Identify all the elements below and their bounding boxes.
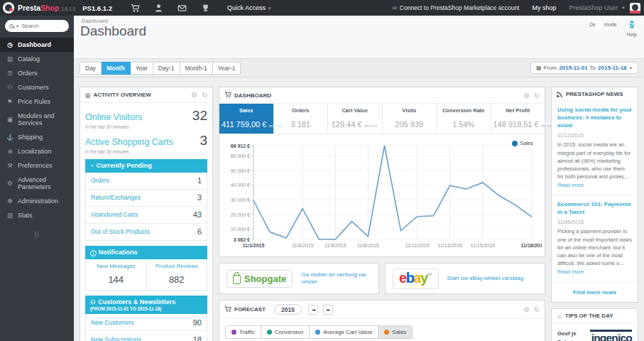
kpi-tab-cart-value[interactable]: Cart Value129,44 € tax excl.	[328, 104, 383, 134]
date-range-picker[interactable]: ▦ From2015-11-01 To2015-11-18 ▼	[530, 62, 638, 74]
help-icon[interactable]: ?	[630, 21, 634, 28]
refresh-icon[interactable]: ↻	[534, 305, 540, 313]
sidebar-search[interactable]: ▼	[5, 20, 69, 32]
employee-icon[interactable]	[154, 4, 163, 13]
new-customers-link[interactable]: New Customers	[91, 319, 133, 326]
badges-icon[interactable]	[201, 4, 210, 13]
read-more-link[interactable]: Read more	[557, 269, 584, 275]
messages-icon[interactable]	[178, 4, 187, 13]
pending-returns-link[interactable]: Return/Exchanges	[91, 194, 141, 201]
filter-year-1-button[interactable]: Year-1	[213, 62, 241, 75]
kpi-tab-sales[interactable]: Sales411 759,00 € tax excl.	[219, 104, 274, 134]
chart-legend[interactable]: Sales	[512, 140, 533, 146]
chevron-down-icon: ▼	[621, 6, 626, 10]
svg-text:11/13/2015: 11/13/2015	[437, 243, 462, 248]
sidebar-collapse-button[interactable]: ||	[0, 231, 74, 238]
sidebar: ▼ ◷Dashboard ▤Catalog ☰Orders ⚇Customers…	[0, 16, 74, 341]
news-item: Ecommerce 101: Payments in a Tweet 11/05…	[552, 196, 638, 282]
user-menu[interactable]: PrestaShop User	[569, 4, 618, 11]
refresh-icon[interactable]: ↻	[534, 92, 540, 99]
brand-version: 1.6.1.2	[61, 6, 75, 11]
chevron-down-icon: ▼	[268, 6, 272, 11]
new-messages-link[interactable]: New Messages	[88, 263, 144, 269]
new-messages-cell: New Messages144	[86, 259, 147, 290]
svg-text:3 082 €: 3 082 €	[234, 237, 250, 242]
new-subscriptions-link[interactable]: New Subscriptions	[91, 336, 141, 341]
activity-overview-panel: ◎ ACTIVITY OVERVIEW ⚙↻ Online Visitors32…	[80, 87, 213, 341]
marketplace-connect-link[interactable]: ∞Connect to PrestaShop Marketplace accou…	[392, 4, 519, 11]
out-of-stock-link[interactable]: Out of Stock Products	[91, 228, 150, 235]
sidebar-item-dashboard[interactable]: ◷Dashboard	[0, 38, 74, 52]
quick-access-menu[interactable]: Quick Access ▼	[227, 4, 276, 11]
list-item: Orders1	[86, 173, 207, 190]
sidebar-item-modules[interactable]: ▣Modules and Services	[0, 109, 74, 130]
online-visitors-link[interactable]: Online Visitors	[85, 112, 142, 122]
shopgate-logo[interactable]: Shopgate	[227, 270, 293, 288]
svg-text:10 000 €: 10 000 €	[231, 227, 250, 232]
shop-name: PS1.6.1.2	[82, 4, 112, 12]
sidebar-item-administration[interactable]: ☸Administration	[0, 194, 74, 208]
kpi-tab-net-profit[interactable]: Net Profit148 918,51 € tax excl.	[491, 104, 545, 134]
sidebar-item-preferences[interactable]: ⚒Preferences	[0, 158, 74, 173]
ebay-link[interactable]: Start uw eBay-winkel vandaag	[447, 275, 524, 282]
next-year-button[interactable]: ▸▸	[323, 305, 333, 315]
administration-icon: ☸	[6, 197, 13, 205]
filter-month-1-button[interactable]: Month-1	[180, 62, 213, 75]
calendar-icon: ▦	[536, 65, 542, 71]
sidebar-item-price-rules[interactable]: ⚑Price Rules	[0, 94, 74, 109]
ebay-logo[interactable]: ebay™	[393, 269, 439, 289]
gear-icon[interactable]: ⚙	[524, 92, 530, 99]
list-item: Return/Exchanges3	[86, 190, 207, 207]
news-item-title[interactable]: Using social media for your business: 4 …	[557, 107, 632, 129]
news-item-title[interactable]: Ecommerce 101: Payments in a Tweet	[557, 201, 632, 217]
previous-year-button[interactable]: ◂◂	[308, 305, 318, 315]
cart-icon[interactable]	[131, 4, 140, 13]
kpi-row: Sales411 759,00 € tax excl. Orders3 181 …	[219, 104, 545, 134]
gear-icon[interactable]: ⚙	[192, 91, 198, 99]
sidebar-item-orders[interactable]: ☰Orders	[0, 66, 74, 80]
legend-button-sales[interactable]: Sales	[378, 325, 413, 339]
sidebar-item-shipping[interactable]: ⚓Shipping	[0, 130, 74, 144]
sidebar-item-advanced-parameters[interactable]: ⚙Advanced Parameters	[0, 173, 74, 194]
tips-panel-title: TIPS OF THE DAY	[565, 313, 613, 319]
ingenico-logo[interactable]: ingenico Payment services	[579, 330, 632, 341]
svg-text:11/1/2015: 11/1/2015	[243, 243, 265, 248]
abandoned-carts-link[interactable]: Abandoned Carts	[91, 211, 138, 218]
kpi-tab-orders[interactable]: Orders3 181	[274, 104, 329, 134]
legend-button-traffic[interactable]: Traffic	[225, 325, 261, 339]
forecast-legend: Traffic Conversion Average Cart Value Sa…	[219, 319, 545, 341]
legend-button-average-cart-value[interactable]: Average Cart Value	[310, 325, 378, 339]
product-reviews-link[interactable]: Product Reviews	[149, 263, 205, 269]
active-carts-link[interactable]: Active Shopping Carts	[85, 137, 173, 147]
catalog-icon: ▤	[6, 55, 13, 63]
sidebar-item-customers[interactable]: ⚇Customers	[0, 80, 74, 94]
help-label: Help	[627, 32, 637, 37]
find-more-news-link[interactable]: Find more news	[552, 282, 638, 302]
kpi-tab-visits[interactable]: Visits205 939	[383, 104, 437, 134]
active-carts-value: 3	[200, 133, 207, 148]
sidebar-item-catalog[interactable]: ▤Catalog	[0, 52, 74, 66]
my-shop-link[interactable]: My shop	[532, 4, 556, 11]
gear-icon[interactable]: ⚙	[524, 305, 530, 313]
search-input[interactable]	[21, 23, 57, 29]
filter-month-button[interactable]: Month	[102, 62, 131, 75]
filter-day-button[interactable]: Day	[80, 62, 102, 75]
filter-day-1-button[interactable]: Day-1	[153, 62, 180, 75]
refresh-icon[interactable]: ↻	[202, 91, 207, 99]
sidebar-item-localization[interactable]: ⊕Localization	[0, 144, 74, 158]
customers-newsletters-header: ⚇Customers & Newsletters(FROM 2015-11-01…	[85, 296, 207, 314]
rss-icon	[557, 91, 563, 97]
chevron-down-icon: ▼	[16, 24, 19, 28]
filter-year-button[interactable]: Year	[131, 62, 153, 75]
kpi-tab-conversion-rate[interactable]: Conversion Rate1.54%	[437, 104, 491, 134]
pending-orders-link[interactable]: Orders	[91, 177, 109, 184]
forecast-year[interactable]: 2015	[274, 304, 302, 315]
legend-button-conversion[interactable]: Conversion	[261, 325, 310, 339]
brand-name: PrestaShop	[18, 4, 59, 12]
svg-text:11/4/2015: 11/4/2015	[292, 243, 314, 248]
sidebar-item-stats[interactable]: ▥Stats	[0, 208, 74, 222]
user-avatar[interactable]	[630, 3, 640, 13]
read-more-link[interactable]: Read more	[557, 182, 584, 188]
shopgate-link[interactable]: Ga mobiel en verhoog uw omzet	[301, 271, 371, 286]
exclamation-icon: !	[90, 250, 97, 256]
